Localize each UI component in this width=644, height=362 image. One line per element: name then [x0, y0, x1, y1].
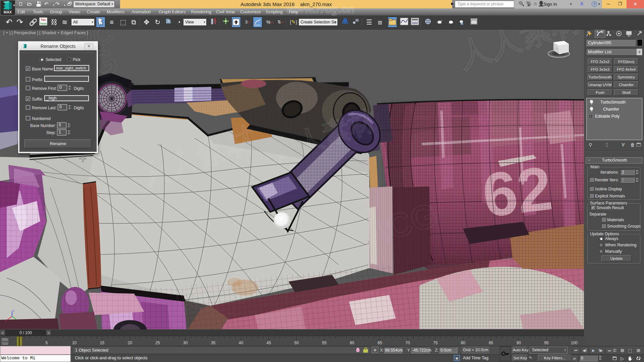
svg-text:95: 95	[544, 341, 549, 345]
svg-text:85: 85	[489, 341, 493, 345]
svg-text:75: 75	[433, 341, 438, 345]
svg-text:15: 15	[100, 341, 105, 345]
svg-text:50: 50	[294, 341, 299, 345]
svg-text:20: 20	[128, 341, 132, 345]
svg-text:30: 30	[183, 341, 188, 345]
svg-text:25: 25	[155, 341, 160, 345]
svg-text:10: 10	[72, 341, 77, 345]
svg-text:5: 5	[45, 341, 48, 345]
svg-text:x: x	[5, 319, 7, 322]
svg-text:45: 45	[267, 341, 271, 345]
svg-text:35: 35	[211, 341, 216, 345]
svg-text:[ + ] [ Perspective ] [ Shaded: [ + ] [ Perspective ] [ Shaded + Edged F…	[3, 31, 88, 35]
svg-text:FR: FR	[555, 48, 558, 50]
svg-text:z: z	[13, 309, 14, 312]
svg-text:40: 40	[239, 341, 244, 345]
svg-text:Tools: Tools	[40, 22, 47, 25]
svg-text:65: 65	[378, 341, 382, 345]
svg-text:90: 90	[517, 341, 521, 345]
svg-text:60: 60	[350, 341, 355, 345]
svg-text:100: 100	[571, 341, 578, 345]
svg-text:55: 55	[322, 341, 327, 345]
svg-text:Tex: Tex	[41, 18, 46, 21]
svg-text:80: 80	[461, 341, 466, 345]
svg-text:70: 70	[406, 341, 410, 345]
